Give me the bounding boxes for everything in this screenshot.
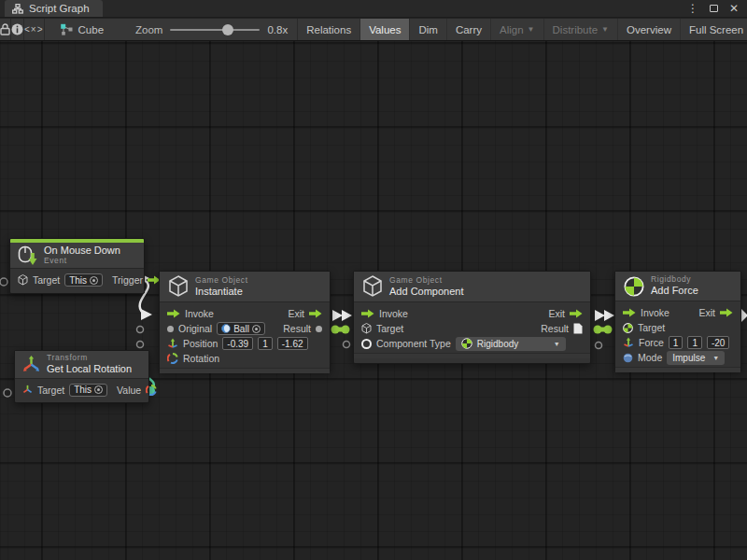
input-port-ring [137,327,144,333]
node-footer [615,367,740,372]
mode-dropdown[interactable]: Impulse ▼ [667,351,725,365]
force-label: Force [639,337,664,348]
tab-title: Script Graph [29,3,90,14]
rotation-icon[interactable] [146,385,157,396]
object-picker-icon[interactable] [252,325,261,333]
exec-link-arrow [604,310,614,321]
node-title: Instantiate [195,286,248,298]
carry-button[interactable]: Carry [447,19,491,40]
code-preview-icon[interactable]: <×> [24,19,45,40]
result-label: Result [283,323,311,334]
position-x-field[interactable]: -0.39 [222,337,253,350]
node-instantiate[interactable]: Game Object Instantiate Invoke Exit [159,271,331,371]
gameobject-icon [362,275,383,298]
force-z-field[interactable]: -20 [707,336,729,349]
rigidbody-icon [624,276,644,297]
node-add-force[interactable]: Rigidbody Add Force Invoke Exit [614,271,741,371]
invoke-label: Invoke [185,308,214,319]
force-x-field[interactable]: 1 [669,336,684,349]
more-icon[interactable]: ⋮ [685,1,700,16]
graph-toolbar: <×> Cube Zoom 0.8x Relations Values Dim … [0,19,747,41]
invoke-port-arrow[interactable] [361,309,374,318]
close-icon[interactable]: ✕ [726,1,741,16]
align-button[interactable]: Align▼ [491,19,544,40]
invoke-label: Invoke [379,308,408,319]
fullscreen-button[interactable]: Full Screen [681,19,747,40]
overview-button[interactable]: Overview [618,19,681,40]
node-title: Add Force [651,285,698,297]
zoom-slider-handle[interactable] [222,24,233,35]
rigidbody-mini-icon [623,323,633,333]
exec-out-arrow-clipped [741,309,747,322]
result-port[interactable] [316,326,322,332]
position-z-field[interactable]: -1.62 [277,337,308,350]
node-title: Add Component [389,286,464,298]
input-port-ring [0,278,7,286]
result-label: Result [541,323,569,334]
position-y-field[interactable]: 1 [258,337,273,350]
title-bar: Script Graph ⋮ ✕ [0,0,747,18]
rotation-icon[interactable] [167,353,178,364]
node-get-local-rotation[interactable]: Transform Get Local Rotation Target This [14,350,149,403]
exec-link-arrow [595,310,605,321]
target-field[interactable]: This [69,384,107,397]
exec-link-arrow [332,310,343,321]
lock-icon[interactable] [0,19,11,40]
values-button[interactable]: Values [360,19,410,40]
node-type: Transform [47,354,132,363]
maximize-icon[interactable] [706,1,721,16]
tab-script-graph[interactable]: Script Graph [5,0,103,17]
graph-canvas[interactable]: On Mouse Down Event Target This [0,41,747,560]
force-y-field[interactable]: 1 [687,336,702,349]
node-title: Get Local Rotation [47,363,132,375]
mouse-down-icon [18,245,37,266]
exit-label: Exit [698,307,715,318]
chevron-down-icon: ▼ [528,25,535,34]
transform-icon [22,356,40,373]
object-picker-icon[interactable] [94,385,103,394]
vector3-axis-icon [623,337,634,348]
chevron-down-icon: ▼ [712,355,719,361]
position-label: Position [183,338,218,349]
invoke-port-arrow[interactable] [623,308,636,317]
mode-label: Mode [638,352,662,363]
target-label: Target [33,274,60,286]
graph-name-label: Cube [78,24,105,35]
chevron-down-icon: ▼ [601,25,609,34]
node-type: Game Object [389,276,464,286]
zoom-label: Zoom [135,24,162,35]
relations-button[interactable]: Relations [298,19,360,40]
exit-port-arrow[interactable] [720,308,733,317]
node-on-mouse-down[interactable]: On Mouse Down Event Target This [9,238,145,294]
target-field[interactable]: This [64,273,103,287]
input-port-ring [596,343,602,349]
chevron-down-icon: ▼ [554,341,560,347]
info-icon[interactable] [11,19,24,40]
value-link [335,328,346,332]
invoke-port-arrow[interactable] [167,309,180,318]
exit-port-arrow[interactable] [309,309,322,318]
exit-port-arrow[interactable] [570,309,583,318]
original-field[interactable]: Ball [217,322,265,335]
exec-link-arrow [342,310,352,321]
graph-hierarchy-icon [12,4,23,14]
object-picker-icon[interactable] [90,276,98,285]
document-icon[interactable] [573,323,583,334]
node-add-component[interactable]: Game Object Add Component Invoke Exit [353,271,591,364]
original-port[interactable] [167,326,174,332]
component-type-dropdown[interactable]: Rigidbody ▼ [456,337,566,351]
invoke-label: Invoke [641,307,669,318]
node-subtitle: Event [44,257,120,266]
graph-node-icon [60,23,73,35]
trigger-label: Trigger [112,274,143,286]
gameobject-icon [168,275,189,298]
value-link [598,328,609,332]
type-port-ring[interactable] [361,339,372,349]
transform-mini-icon [22,385,33,395]
distribute-button[interactable]: Distribute▼ [544,19,619,40]
zoom-controls: Cube Zoom 0.8x [45,19,299,40]
dim-button[interactable]: Dim [410,19,446,40]
input-port-ring [137,342,144,348]
ball-icon [221,324,231,333]
zoom-slider[interactable] [170,24,260,35]
